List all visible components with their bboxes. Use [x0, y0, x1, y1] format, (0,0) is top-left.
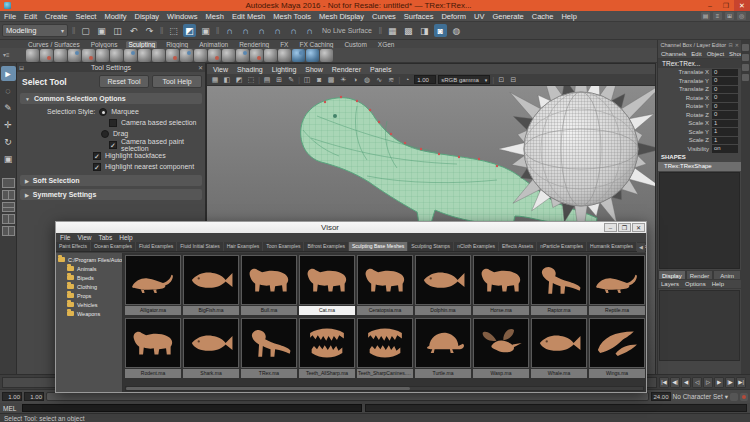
anim-layers-tab[interactable]: Anim	[713, 270, 741, 280]
asset-tile[interactable]: Alligator.ma	[125, 255, 181, 315]
snap-curve-icon[interactable]: ∩	[239, 24, 252, 37]
step-back-key-button[interactable]: ◀	[681, 377, 691, 388]
rotate-tool-icon[interactable]: ↻	[1, 134, 16, 149]
select-tool-icon[interactable]: ►	[1, 66, 16, 81]
menu-generate[interactable]: Generate	[492, 12, 523, 21]
anim-layer-key-icon[interactable]	[730, 393, 738, 401]
symmetry-settings-section[interactable]: ▶ Symmetry Settings	[20, 189, 202, 200]
horizontal-scrollbar[interactable]	[125, 386, 644, 391]
tree-item-vehicles[interactable]: Vehicles	[58, 300, 122, 309]
shadows-icon[interactable]: ◑	[350, 75, 360, 85]
shelf-tab-rendering[interactable]: Rendering	[237, 41, 271, 48]
divider[interactable]: ‖	[159, 24, 164, 38]
tab-ocean-examples[interactable]: Ocean Examples	[91, 242, 136, 251]
sculpt-freeze-icon[interactable]	[292, 49, 305, 62]
sculpt-tool-icon[interactable]	[54, 49, 67, 62]
shelf-tab-animation[interactable]: Animation	[197, 41, 230, 48]
shaded-icon[interactable]: ◙	[314, 75, 324, 85]
auto-keyframe-icon[interactable]	[740, 393, 748, 401]
tab-fluid-examples[interactable]: Fluid Examples	[136, 242, 177, 251]
asset-tile-selected[interactable]: Cat.ma	[299, 255, 355, 315]
soft-selection-section[interactable]: ▶ Soft Selection	[20, 175, 202, 186]
visor-minimize-button[interactable]: –	[604, 223, 617, 232]
command-language-label[interactable]: MEL	[3, 405, 19, 412]
play-forwards-button[interactable]: ▷	[703, 377, 713, 388]
reset-tool-button[interactable]: Reset Tool	[99, 75, 149, 88]
sculpt-tool-icon[interactable]	[110, 49, 123, 62]
undo-icon[interactable]: ↶	[127, 24, 140, 37]
channel-value-field[interactable]: 0	[712, 103, 738, 111]
screen-space-ao-icon[interactable]: ◍	[362, 75, 372, 85]
ipr-render-icon[interactable]: ◨	[418, 24, 431, 37]
asset-tile[interactable]: Rodent.ma	[125, 318, 181, 378]
redo-icon[interactable]: ↷	[143, 24, 156, 37]
outliner-toggle-icon[interactable]: ≡	[713, 12, 722, 20]
select-component-icon[interactable]: ▣	[199, 24, 212, 37]
pin-icon[interactable]: ⊟	[729, 42, 733, 48]
tab-fluid-initial-states[interactable]: Fluid Initial States	[177, 242, 223, 251]
menu-cache[interactable]: Cache	[532, 12, 554, 21]
sculpt-tool-icon[interactable]	[124, 49, 137, 62]
tab-bifrost-examples[interactable]: Bifrost Examples	[304, 242, 349, 251]
shape-node-name[interactable]: TRex:TRexShape	[658, 162, 741, 171]
shelf-tab-rigging[interactable]: Rigging	[164, 41, 190, 48]
layer-list-area[interactable]	[659, 290, 740, 361]
layout-four-pane-icon[interactable]	[2, 214, 15, 224]
select-object-icon[interactable]: ◩	[183, 24, 196, 37]
sculpt-tool-icon[interactable]	[194, 49, 207, 62]
tool-help-button[interactable]: Tool Help	[152, 75, 202, 88]
shelf-tab-sculpting[interactable]: Sculpting	[126, 41, 157, 48]
xray-icon[interactable]: ⊟	[508, 75, 518, 85]
shelf-tab-custom[interactable]: Custom	[342, 41, 368, 48]
object-menu[interactable]: Object	[707, 51, 724, 57]
multisample-aa-icon[interactable]: ≋	[386, 75, 396, 85]
channel-value-field[interactable]: 1	[712, 128, 738, 136]
help-search-icon[interactable]: ◎	[737, 12, 746, 20]
tab-sculpting-stamps[interactable]: Sculpting Stamps	[408, 242, 454, 251]
channel-value-field[interactable]: 0	[712, 69, 738, 77]
exposure-field[interactable]: 1.00	[414, 75, 436, 84]
drag-radio[interactable]	[101, 130, 109, 138]
sculpt-tool-icon[interactable]	[236, 49, 249, 62]
viewport-menu-view[interactable]: View	[213, 66, 228, 73]
channel-value-field[interactable]: 1	[712, 137, 738, 145]
command-input-field[interactable]	[22, 404, 362, 412]
sculpt-tool-icon[interactable]	[264, 49, 277, 62]
sculpt-tool-icon[interactable]	[222, 49, 235, 62]
playback-start-field[interactable]: 1.00	[24, 392, 44, 401]
render-current-frame-icon[interactable]: ▩	[402, 24, 415, 37]
shelf-tab-xgen[interactable]: XGen	[376, 41, 397, 48]
close-icon[interactable]: ✕	[735, 42, 739, 48]
channel-value-field[interactable]: on	[712, 145, 738, 153]
paint-select-tool-icon[interactable]: ✎	[1, 100, 16, 115]
menu-create[interactable]: Create	[45, 12, 68, 21]
divider[interactable]: ‖	[378, 24, 383, 38]
isolate-select-icon[interactable]: ⊡	[496, 75, 506, 85]
menu-help[interactable]: Help	[561, 12, 576, 21]
asset-tile[interactable]: Wings.ma	[589, 318, 645, 378]
tab-ncloth-examples[interactable]: nCloth Examples	[454, 242, 499, 251]
modeling-toolkit-toggle-icon[interactable]	[742, 74, 749, 81]
snap-view-plane-icon[interactable]: ∩	[287, 24, 300, 37]
tool-settings-header[interactable]: ⊟ Tool Settings ✕	[17, 63, 205, 72]
sculpt-objects-icon[interactable]	[306, 49, 319, 62]
bookmarks-icon[interactable]: ⬚	[246, 75, 256, 85]
sculpt-tool-icon[interactable]	[166, 49, 179, 62]
viewport-menu-panels[interactable]: Panels	[370, 66, 391, 73]
snap-projected-center-icon[interactable]: ∩	[271, 24, 284, 37]
layers-menu[interactable]: Layers	[661, 281, 679, 287]
menu-display[interactable]: Display	[135, 12, 160, 21]
shelf-menu-icon[interactable]: ▾≡	[3, 50, 21, 60]
sculpt-tool-icon[interactable]	[152, 49, 165, 62]
go-to-end-button[interactable]: ▶|	[736, 377, 746, 388]
visor-title-bar[interactable]: Visor – ❐ ✕	[56, 222, 646, 233]
character-set-selector[interactable]: No Character Set▾	[673, 393, 728, 401]
asset-tile[interactable]: Dolphin.ma	[415, 255, 471, 315]
sculpt-tool-icon[interactable]	[82, 49, 95, 62]
sculpt-tool-icon[interactable]	[208, 49, 221, 62]
camera-attributes-icon[interactable]: ◩	[234, 75, 244, 85]
menu-select[interactable]: Select	[76, 12, 97, 21]
shelf-tab-curves-surfaces[interactable]: Curves / Surfaces	[26, 41, 82, 48]
grease-pencil-icon[interactable]: ✎	[286, 75, 296, 85]
sculpt-tool-icon[interactable]	[180, 49, 193, 62]
